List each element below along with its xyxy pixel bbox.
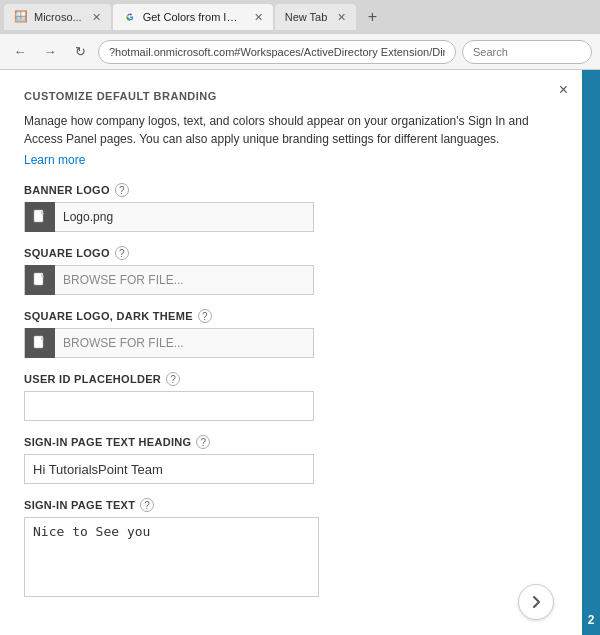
user-id-placeholder-input[interactable] (24, 391, 314, 421)
square-logo-dark-label: SQUARE LOGO, DARK THEME ? (24, 309, 558, 323)
address-bar: ← → ↻ (0, 34, 600, 70)
refresh-button[interactable]: ↻ (68, 40, 92, 64)
signin-text-field: SIGN-IN PAGE TEXT ? Nice to See you (24, 498, 558, 600)
square-logo-file-icon (25, 265, 55, 295)
new-tab-button[interactable]: + (358, 4, 386, 30)
next-arrow-icon (528, 594, 544, 610)
new-tab-icon: + (368, 8, 377, 26)
square-logo-dark-help-icon[interactable]: ? (198, 309, 212, 323)
banner-logo-value: Logo.png (55, 210, 313, 224)
user-id-placeholder-label: USER ID PLACEHOLDER ? (24, 372, 558, 386)
address-input[interactable] (98, 40, 456, 64)
square-logo-dark-placeholder: BROWSE FOR FILE... (55, 336, 313, 350)
tab-new[interactable]: New Tab ✕ (275, 4, 357, 30)
file-icon3 (32, 335, 48, 351)
banner-logo-field: BANNER LOGO ? Logo.png (24, 183, 558, 232)
browser-chrome: 🪟 Microso... ✕ Get Colors from Image ✕ N… (0, 0, 600, 70)
learn-more-link[interactable]: Learn more (24, 153, 85, 167)
user-id-placeholder-field: USER ID PLACEHOLDER ? (24, 372, 558, 421)
tab-microsoft-label: Microso... (34, 11, 82, 23)
dialog-description: Manage how company logos, text, and colo… (24, 112, 558, 148)
tab-microsoft-close[interactable]: ✕ (92, 11, 101, 24)
tab-bar: 🪟 Microso... ✕ Get Colors from Image ✕ N… (0, 0, 600, 34)
close-button[interactable]: × (559, 82, 568, 98)
tab-colors[interactable]: Get Colors from Image ✕ (113, 4, 273, 30)
next-button[interactable] (518, 584, 554, 620)
square-logo-dark-file-icon (25, 328, 55, 358)
dialog-title: CUSTOMIZE DEFAULT BRANDING (24, 90, 558, 102)
main-area: × CUSTOMIZE DEFAULT BRANDING Manage how … (0, 70, 582, 635)
signin-text-input[interactable]: Nice to See you (24, 517, 319, 597)
tab-new-close[interactable]: ✕ (337, 11, 346, 24)
google-favicon-icon (123, 10, 137, 24)
forward-button[interactable]: → (38, 40, 62, 64)
signin-heading-input[interactable] (24, 454, 314, 484)
square-logo-dark-input-row[interactable]: BROWSE FOR FILE... (24, 328, 314, 358)
square-logo-help-icon[interactable]: ? (115, 246, 129, 260)
search-input[interactable] (462, 40, 592, 64)
banner-logo-label: BANNER LOGO ? (24, 183, 558, 197)
banner-logo-help-icon[interactable]: ? (115, 183, 129, 197)
tab-colors-label: Get Colors from Image (143, 11, 244, 23)
page-content: × CUSTOMIZE DEFAULT BRANDING Manage how … (0, 70, 600, 635)
microsoft-favicon: 🪟 (14, 10, 28, 24)
file-icon (32, 209, 48, 225)
tab-colors-close[interactable]: ✕ (254, 11, 263, 24)
form-container: × CUSTOMIZE DEFAULT BRANDING Manage how … (0, 70, 582, 634)
page-number: 2 (588, 613, 595, 627)
signin-text-help-icon[interactable]: ? (140, 498, 154, 512)
right-sidebar: 2 (582, 70, 600, 635)
banner-logo-input-row[interactable]: Logo.png (24, 202, 314, 232)
square-logo-input-row[interactable]: BROWSE FOR FILE... (24, 265, 314, 295)
signin-text-label: SIGN-IN PAGE TEXT ? (24, 498, 558, 512)
signin-heading-help-icon[interactable]: ? (196, 435, 210, 449)
square-logo-dark-field: SQUARE LOGO, DARK THEME ? BROWSE FOR FIL… (24, 309, 558, 358)
signin-heading-label: SIGN-IN PAGE TEXT HEADING ? (24, 435, 558, 449)
back-button[interactable]: ← (8, 40, 32, 64)
file-icon2 (32, 272, 48, 288)
user-id-help-icon[interactable]: ? (166, 372, 180, 386)
square-logo-field: SQUARE LOGO ? BROWSE FOR FILE... (24, 246, 558, 295)
signin-heading-field: SIGN-IN PAGE TEXT HEADING ? (24, 435, 558, 484)
tab-microsoft[interactable]: 🪟 Microso... ✕ (4, 4, 111, 30)
square-logo-label: SQUARE LOGO ? (24, 246, 558, 260)
tab-new-label: New Tab (285, 11, 328, 23)
banner-logo-file-icon (25, 202, 55, 232)
square-logo-placeholder: BROWSE FOR FILE... (55, 273, 313, 287)
